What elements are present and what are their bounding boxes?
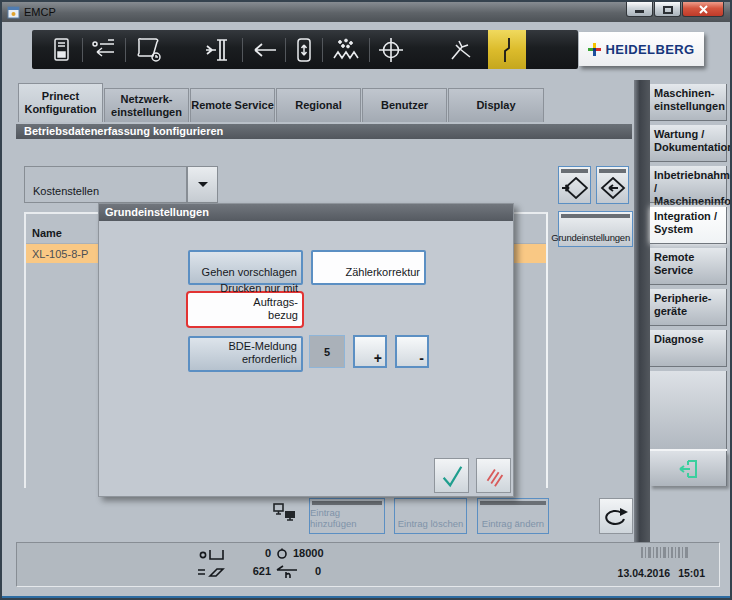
blower-button[interactable] [440,37,482,63]
maximize-button[interactable] [654,2,681,17]
machine-toolbar [32,30,578,69]
powder-button[interactable] [323,38,369,62]
network-icon [273,503,297,521]
kostenstellen-dropdown-button[interactable] [187,166,218,203]
eintrag-aendern-button[interactable]: Eintrag ändern [477,498,549,534]
exit-door-icon [676,457,700,481]
exit-button[interactable] [650,451,727,486]
cancel-slashes-icon [481,463,507,489]
speed-icon [276,548,288,560]
sidebar-empty-panel [650,371,727,449]
section-title: Betriebsdatenerfassung konfigurieren [16,124,632,139]
drucken-nur-mit-auftragsbezug-button[interactable]: Drucken nur mit Auftrags- bezug [186,291,304,328]
sidebar-item-peripheriegeraete[interactable]: Peripherie- geräte [650,289,727,326]
tab-benutzer[interactable]: Benutzer [362,88,447,122]
register-button[interactable] [370,37,412,63]
eintrag-loeschen-button[interactable]: Eintrag löschen [394,498,467,534]
button-label: Drucken nur mit Auftrags- bezug [192,282,298,323]
grundeinstellungen-button[interactable]: Grundeinstellungen [558,211,633,247]
tab-label: Benutzer [381,99,428,112]
increment-button[interactable]: + [353,335,387,368]
minimize-button[interactable] [626,2,653,17]
tab-remote-service[interactable]: Remote Service [190,88,275,122]
time-value: 15:01 [678,567,705,579]
sidebar-item-maschineneinstellungen[interactable]: Maschinen- einstellungen [650,84,727,121]
button-label: Gehen vorschlagen [202,266,297,280]
button-indicator [561,169,588,173]
register-icon [378,37,404,63]
button-label: Eintrag ändern [482,518,544,529]
tab-label: Netzwerk- einstellungen [111,93,182,118]
zaehlerkorrektur-button[interactable]: Zählerkorrektur [311,250,426,285]
date-value: 13.04.2016 [618,567,671,579]
sidebar-separator [650,449,727,451]
tab-prinect-konfiguration[interactable]: Prinect Konfiguration [18,83,103,122]
gehen-vorschlagen-button[interactable]: Gehen vorschlagen [188,250,303,285]
lightning-icon [500,35,514,65]
button-label: Eintrag löschen [398,518,463,529]
tab-label: Regional [295,99,341,112]
door-icon [295,37,313,63]
eintrag-hinzufuegen-button[interactable]: Eintrag hinzufügen [309,498,385,534]
button-indicator [561,214,630,218]
arrow-button[interactable] [243,40,285,60]
logbook-button[interactable] [40,37,82,63]
sidebar-item-inbetriebnahme-maschineninfo[interactable]: Inbetriebnahme / Maschineninfo [650,166,727,203]
lightning-button-active[interactable] [488,30,526,69]
decrement-button[interactable]: - [395,335,429,368]
sidebar-item-integration-system[interactable]: Integration / System [650,207,727,244]
app-window: EMCP [0,0,732,600]
import-button[interactable] [558,166,591,204]
close-icon [698,4,709,15]
export-diamond-icon [600,177,626,199]
tab-netzwerk-einstellungen[interactable]: Netzwerk- einstellungen [104,88,189,122]
counter-value-field: 5 [309,335,345,368]
sidebar-item-label: Maschinen- einstellungen [654,87,725,112]
button-indicator [312,501,382,505]
button-label: BDE-Meldung erforderlich [194,340,297,368]
import-diamond-icon [562,177,588,199]
sheet-feed-icon [204,37,234,63]
schedule-icon [135,37,163,63]
export-button[interactable] [596,166,629,204]
tab-label: Display [476,99,515,112]
sidebar-item-diagnose[interactable]: Diagnose [650,330,727,367]
cancel-button[interactable] [476,458,511,493]
schedule-button[interactable] [126,37,172,63]
tab-display[interactable]: Display [448,88,544,122]
hour-counter-value: 0 [277,565,321,577]
sidebar-item-label: Inbetriebnahme / Maschineninfo [654,169,732,207]
minimize-icon [635,10,644,13]
brand-plus-icon [588,43,601,56]
joblist-button[interactable] [83,38,125,62]
powder-spray-icon [331,38,361,62]
window-controls [625,2,724,17]
ok-button[interactable] [434,458,469,493]
blower-icon [448,37,474,63]
chevron-down-icon [198,182,208,187]
button-label: Eintrag hinzufügen [310,507,384,529]
button-indicator [599,169,626,173]
kostenstellen-field: Kostenstellen [24,166,187,203]
button-label: Zählerkorrektur [345,266,420,280]
sidebar-item-wartung-dokumentation[interactable]: Wartung / Dokumentation [650,125,727,162]
button-label: Grundeinstellungen [551,232,630,243]
dialog-title: Grundeinstellungen [99,204,513,221]
titlebar: EMCP [2,2,730,22]
window-title: EMCP [24,6,56,18]
bde-meldung-erforderlich-button[interactable]: BDE-Meldung erforderlich [188,336,303,372]
tab-regional[interactable]: Regional [276,88,361,122]
reset-button[interactable] [599,498,633,534]
logbook-icon [50,37,72,63]
datetime: 13.04.201615:01 [610,567,705,579]
sidebar-item-label: Integration / System [654,210,717,235]
grundeinstellungen-dialog: Grundeinstellungen Gehen vorschlagen Zäh… [98,203,514,497]
minus-icon: - [419,351,424,365]
sheet-feed-button[interactable] [196,37,242,63]
joblist-arrow-icon [91,38,117,62]
close-button[interactable] [682,2,724,17]
door-button[interactable] [286,37,322,63]
sidebar-item-remote-service[interactable]: Remote Service [650,248,727,285]
brand-logo: HEIDELBERG [579,32,704,66]
status-bar: 0 18000 621 0 13.04.201615:01 [16,542,720,587]
